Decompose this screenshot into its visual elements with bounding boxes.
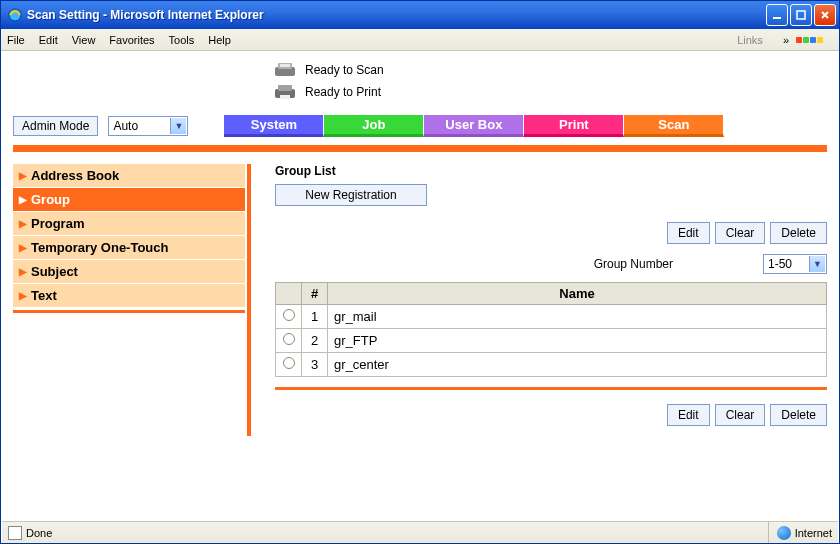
triangle-icon: ▶ bbox=[19, 170, 27, 181]
tab-userbox[interactable]: User Box bbox=[424, 115, 524, 137]
sidebar-item-program[interactable]: ▶Program bbox=[13, 212, 245, 236]
sidebar-item-subject[interactable]: ▶Subject bbox=[13, 260, 245, 284]
tab-system[interactable]: System bbox=[224, 115, 324, 137]
triangle-icon: ▶ bbox=[19, 242, 27, 253]
menu-bar: File Edit View Favorites Tools Help Link… bbox=[1, 29, 839, 51]
sidebar: ▶Address Book ▶Group ▶Program ▶Temporary… bbox=[13, 164, 251, 436]
scanner-icon bbox=[273, 61, 299, 79]
separator bbox=[13, 145, 827, 152]
separator bbox=[275, 387, 827, 390]
clear-button[interactable]: Clear bbox=[715, 404, 766, 426]
svg-rect-8 bbox=[280, 95, 290, 99]
windows-logo-icon bbox=[795, 30, 823, 50]
group-number-label: Group Number bbox=[594, 257, 673, 271]
col-select bbox=[276, 283, 302, 305]
tab-job[interactable]: Job bbox=[324, 115, 424, 137]
chevron-right-icon[interactable]: » bbox=[783, 34, 789, 46]
edit-button[interactable]: Edit bbox=[667, 404, 710, 426]
printer-icon bbox=[273, 83, 299, 101]
window-minimize-button[interactable] bbox=[766, 4, 788, 26]
window-maximize-button[interactable] bbox=[790, 4, 812, 26]
menu-edit[interactable]: Edit bbox=[39, 34, 58, 46]
menu-view[interactable]: View bbox=[72, 34, 96, 46]
status-print-label: Ready to Print bbox=[305, 85, 381, 99]
row-name: gr_center bbox=[328, 353, 827, 377]
delete-button[interactable]: Delete bbox=[770, 404, 827, 426]
svg-rect-5 bbox=[280, 64, 290, 67]
menu-file[interactable]: File bbox=[7, 34, 25, 46]
tab-print[interactable]: Print bbox=[524, 115, 624, 137]
group-table: # Name 1 gr_mail 2 gr_FTP bbox=[275, 282, 827, 377]
top-controls: Admin Mode Auto ▼ System Job User Box Pr… bbox=[13, 115, 827, 137]
group-number-select[interactable]: 1-50 ▼ bbox=[763, 254, 827, 274]
window-titlebar: Scan Setting - Microsoft Internet Explor… bbox=[1, 1, 839, 29]
links-toolbar: Links » bbox=[737, 30, 839, 50]
group-number-value: 1-50 bbox=[768, 257, 792, 271]
tab-strip: System Job User Box Print Scan bbox=[224, 115, 724, 137]
language-select-value: Auto bbox=[113, 119, 138, 133]
clear-button[interactable]: Clear bbox=[715, 222, 766, 244]
row-number: 3 bbox=[302, 353, 328, 377]
page-icon bbox=[8, 526, 22, 540]
col-number: # bbox=[302, 283, 328, 305]
triangle-icon: ▶ bbox=[19, 194, 27, 205]
sidebar-item-temporary-one-touch[interactable]: ▶Temporary One-Touch bbox=[13, 236, 245, 260]
globe-icon bbox=[777, 526, 791, 540]
row-name: gr_FTP bbox=[328, 329, 827, 353]
sidebar-item-label: Temporary One-Touch bbox=[31, 240, 168, 255]
delete-button[interactable]: Delete bbox=[770, 222, 827, 244]
edit-button[interactable]: Edit bbox=[667, 222, 710, 244]
sidebar-item-label: Subject bbox=[31, 264, 78, 279]
device-status-panel: Ready to Scan Ready to Print bbox=[273, 61, 827, 101]
sidebar-item-group[interactable]: ▶Group bbox=[13, 188, 245, 212]
sidebar-item-text[interactable]: ▶Text bbox=[13, 284, 245, 308]
security-zone: Internet bbox=[768, 522, 832, 543]
row-number: 2 bbox=[302, 329, 328, 353]
menu-help[interactable]: Help bbox=[208, 34, 231, 46]
table-row: 2 gr_FTP bbox=[276, 329, 827, 353]
triangle-icon: ▶ bbox=[19, 266, 27, 277]
sidebar-item-label: Address Book bbox=[31, 168, 119, 183]
table-row: 3 gr_center bbox=[276, 353, 827, 377]
new-registration-button[interactable]: New Registration bbox=[275, 184, 427, 206]
row-radio[interactable] bbox=[283, 357, 295, 369]
page-content: Ready to Scan Ready to Print Admin Mode … bbox=[1, 51, 839, 521]
window-close-button[interactable] bbox=[814, 4, 836, 26]
col-name: Name bbox=[328, 283, 827, 305]
admin-mode-button[interactable]: Admin Mode bbox=[13, 116, 98, 136]
sidebar-item-label: Text bbox=[31, 288, 57, 303]
window-title: Scan Setting - Microsoft Internet Explor… bbox=[27, 8, 764, 22]
tab-scan[interactable]: Scan bbox=[624, 115, 724, 137]
ie-icon bbox=[7, 7, 23, 23]
svg-rect-1 bbox=[773, 17, 781, 19]
menu-tools[interactable]: Tools bbox=[169, 34, 195, 46]
table-row: 1 gr_mail bbox=[276, 305, 827, 329]
status-print: Ready to Print bbox=[273, 83, 827, 101]
links-label: Links bbox=[737, 34, 763, 46]
row-radio[interactable] bbox=[283, 333, 295, 345]
row-name: gr_mail bbox=[328, 305, 827, 329]
svg-rect-2 bbox=[797, 11, 805, 19]
status-done: Done bbox=[26, 527, 52, 539]
section-title: Group List bbox=[275, 164, 827, 178]
zone-label: Internet bbox=[795, 527, 832, 539]
chevron-down-icon: ▼ bbox=[170, 118, 186, 134]
sidebar-item-label: Group bbox=[31, 192, 70, 207]
status-scan: Ready to Scan bbox=[273, 61, 827, 79]
status-scan-label: Ready to Scan bbox=[305, 63, 384, 77]
triangle-icon: ▶ bbox=[19, 290, 27, 301]
row-radio[interactable] bbox=[283, 309, 295, 321]
sidebar-underline bbox=[13, 310, 245, 313]
chevron-down-icon: ▼ bbox=[809, 256, 825, 272]
bottom-button-row: Edit Clear Delete bbox=[275, 404, 827, 426]
main-panel: Group List New Registration Edit Clear D… bbox=[251, 164, 827, 436]
sidebar-item-address-book[interactable]: ▶Address Book bbox=[13, 164, 245, 188]
status-bar: Done Internet bbox=[2, 521, 838, 543]
top-button-row: Edit Clear Delete bbox=[275, 222, 827, 244]
menu-favorites[interactable]: Favorites bbox=[109, 34, 154, 46]
triangle-icon: ▶ bbox=[19, 218, 27, 229]
group-number-row: Group Number 1-50 ▼ bbox=[275, 254, 827, 274]
row-number: 1 bbox=[302, 305, 328, 329]
sidebar-item-label: Program bbox=[31, 216, 84, 231]
language-select[interactable]: Auto ▼ bbox=[108, 116, 188, 136]
